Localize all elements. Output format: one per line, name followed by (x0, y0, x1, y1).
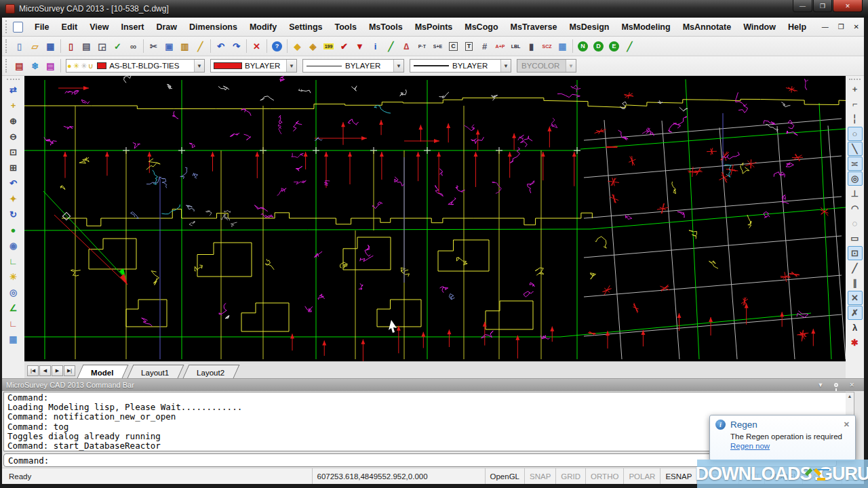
snap-intersection-button[interactable]: ≍ (848, 157, 863, 171)
menu-msdesign[interactable]: MsDesign (563, 20, 615, 35)
snap-midpoint-button[interactable]: ╎ (848, 112, 863, 126)
snap-apparent-int-button[interactable]: ✕ (848, 291, 863, 305)
layer-select[interactable]: ●✳✳∪AS-BLT-BLDG-TIES▼ (66, 59, 205, 73)
color-select[interactable]: BYLAYER▼ (210, 59, 297, 73)
close-button[interactable]: ✕ (833, 0, 863, 12)
layer-freeze-button[interactable]: ❄ (27, 58, 43, 73)
draw-line-points-button[interactable]: ╱ (383, 39, 399, 54)
menu-mspoints[interactable]: MsPoints (409, 20, 459, 35)
undo-button[interactable]: ↶ (213, 39, 229, 54)
layer-thaw-icon[interactable]: ✳ (73, 62, 79, 70)
menu-file[interactable]: File (28, 20, 56, 35)
menu-help[interactable]: Help (782, 20, 812, 35)
help-button[interactable]: ? (269, 39, 285, 54)
copy-button[interactable]: ▣ (161, 39, 177, 54)
snap-perpendicular-button[interactable]: ⊥ (848, 186, 863, 201)
status-toggle-snap[interactable]: SNAP (524, 468, 555, 484)
lighting-button[interactable]: ☀ (5, 269, 22, 285)
cut-button[interactable]: ✂ (146, 39, 161, 54)
scale-z-button[interactable]: SCZ (539, 39, 555, 54)
elevation-toggle-button[interactable]: E (606, 39, 622, 54)
snap-center-button[interactable]: ○ (848, 127, 863, 141)
menu-edit[interactable]: Edit (56, 20, 84, 35)
named-views-button[interactable]: ◉ (5, 238, 22, 253)
layer-on-icon[interactable]: ● (67, 62, 72, 70)
lineweight-select-arrow-icon[interactable]: ▼ (500, 60, 511, 72)
grid-settings-button[interactable]: ▦ (555, 39, 570, 54)
tab-first-button[interactable]: |◀ (27, 365, 39, 376)
color-select-arrow-icon[interactable]: ▼ (286, 60, 296, 72)
menu-modify[interactable]: Modify (243, 20, 283, 35)
point-id-199-button[interactable]: 199 (321, 39, 336, 54)
northing-toggle-button[interactable]: N (575, 39, 591, 54)
open-file-button[interactable]: ▱ (27, 39, 43, 54)
esnap-toolbar-grip[interactable] (849, 79, 860, 80)
toolbar2-grip[interactable] (5, 59, 9, 73)
zoom-extents-button[interactable]: ⊞ (5, 160, 22, 176)
mdi-close-button[interactable]: ✕ (849, 23, 864, 30)
pan-point-button[interactable]: ✦ (5, 191, 22, 207)
new-file-button[interactable]: ▯ (12, 39, 27, 54)
tab-last-button[interactable]: ▶| (64, 365, 75, 376)
status-toggle-polar[interactable]: POLAR (623, 468, 660, 484)
restore-button[interactable]: ❐ (813, 0, 832, 12)
paste-button[interactable]: ▥ (177, 39, 193, 54)
mdi-restore-button[interactable]: ❐ (833, 23, 849, 30)
snap-running-button[interactable]: λ (848, 321, 863, 335)
menu-mscogo[interactable]: MsCogo (458, 20, 504, 35)
lineweight-select[interactable]: BYLAYER▼ (410, 59, 511, 73)
menu-msmodeling[interactable]: MsModeling (615, 20, 676, 35)
view-back-button[interactable]: ↶ (5, 176, 22, 191)
pan-button[interactable]: + (5, 98, 22, 113)
snap-clear-button[interactable]: ✱ (848, 336, 863, 350)
axis-pair-button[interactable]: ∠ (5, 300, 22, 316)
mdi-document-icon[interactable] (13, 22, 23, 33)
find-button[interactable]: ∞ (125, 39, 141, 54)
orbit-3d-button[interactable]: ● (5, 222, 22, 238)
text-toggle-button[interactable]: T (461, 39, 477, 54)
status-coordinates[interactable]: 607253.618,4849552.952,0.000 (312, 468, 485, 484)
snap-point-button[interactable]: + (848, 82, 863, 96)
tab-prev-button[interactable]: ◀ (39, 365, 51, 376)
se-points-button[interactable]: S+E (430, 39, 446, 54)
tab-layout2[interactable]: Layout2 (183, 365, 240, 378)
locate-point-button[interactable]: ◈ (305, 39, 321, 54)
zoom-points-button[interactable]: # (477, 39, 492, 54)
toolbar1-grip[interactable] (5, 39, 9, 53)
menu-view[interactable]: View (83, 20, 115, 35)
tab-layout1[interactable]: Layout1 (127, 365, 184, 378)
status-renderer[interactable]: OpenGL (485, 468, 524, 484)
viewports-button[interactable]: ▦ (5, 331, 22, 347)
layer-select-arrow-icon[interactable]: ▼ (194, 60, 204, 72)
minimize-button[interactable]: — (793, 0, 812, 12)
snap-node-button[interactable]: ⊡ (848, 246, 863, 260)
view-toolbar-grip[interactable] (7, 79, 20, 80)
line-segment-button[interactable]: ╱ (622, 39, 637, 54)
tab-next-button[interactable]: ▶ (52, 365, 63, 376)
menu-insert[interactable]: Insert (115, 20, 150, 35)
command-bar-titlebar[interactable]: MicroSurvey CAD 2013 Command Bar ▼ ✕ (2, 379, 864, 391)
drawing-viewport[interactable] (24, 76, 846, 361)
regen-now-link[interactable]: Regen now (730, 442, 850, 450)
print-preview-button[interactable]: ◲ (94, 39, 110, 54)
linetype-select[interactable]: BYLAYER▼ (302, 59, 404, 73)
view-ucs-button[interactable]: ∟ (5, 253, 22, 269)
angle-tool-button[interactable]: ∆ (399, 39, 414, 54)
status-toggle-esnap[interactable]: ESNAP (660, 468, 696, 484)
zoom-window-button[interactable]: ⊡ (5, 144, 22, 160)
plot-button[interactable]: ▯ (63, 39, 79, 54)
snap-extension-button[interactable]: ╱ (848, 261, 863, 275)
pdt-toggle-button[interactable]: P·T (414, 39, 430, 54)
menu-tools[interactable]: Tools (329, 20, 363, 35)
status-toggle-grid[interactable]: GRID (555, 468, 585, 484)
tab-model[interactable]: Model (77, 365, 129, 378)
auto-point-button[interactable]: A+P (492, 39, 508, 54)
snap-tangent-button[interactable]: ◠ (848, 201, 863, 216)
point-info-button[interactable]: i (368, 39, 383, 54)
mdi-minimize-button[interactable]: — (817, 23, 833, 30)
menu-mstraverse[interactable]: MsTraverse (505, 20, 564, 35)
menubar-grip[interactable] (5, 20, 9, 33)
print-button[interactable]: ▤ (79, 39, 94, 54)
zoom-in-button[interactable]: ⊕ (5, 113, 22, 129)
description-toggle-button[interactable]: D (591, 39, 606, 54)
